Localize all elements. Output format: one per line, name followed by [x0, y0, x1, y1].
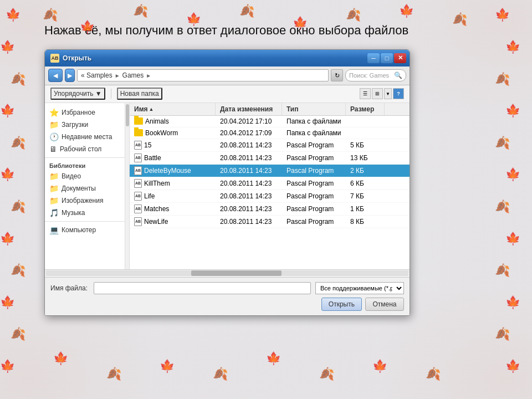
sidebar-item-documents[interactable]: 📁 Документы — [45, 182, 125, 195]
music-icon: 🎵 — [49, 208, 59, 217]
table-row[interactable]: BookWorm 20.04.2012 17:09 Папка с файлам… — [130, 127, 410, 139]
file-type-cell: Pascal Program — [282, 203, 346, 214]
view-details-button[interactable]: ▼ — [384, 88, 392, 99]
filetype-select[interactable]: Все поддерживаемые (*.pas;*. — [315, 282, 404, 294]
sidebar-item-desktop[interactable]: 🖥 Рабочий стол — [45, 143, 125, 155]
title-buttons: ─ □ ✕ — [367, 53, 406, 63]
sidebar-label-recent: Недавние места — [62, 133, 112, 141]
col-header-name[interactable]: Имя ▲ — [130, 103, 216, 115]
documents-icon: 📁 — [49, 184, 59, 193]
sidebar-item-music[interactable]: 🎵 Музыка — [45, 207, 125, 219]
file-name-cell: AB Battle — [130, 152, 216, 164]
leaf-decoration: 🍁 — [505, 104, 520, 118]
table-row[interactable]: AB KillThem 20.08.2011 14:23 Pascal Prog… — [130, 177, 410, 190]
recent-icon: 🕐 — [49, 132, 59, 141]
leaf-decoration: 🍁 — [6, 8, 21, 22]
file-list-header: Имя ▲ Дата изменения Тип Размер — [130, 103, 410, 116]
organize-button[interactable]: Упорядочить ▼ — [50, 88, 105, 100]
file-date-cell: 20.08.2011 14:23 — [216, 140, 282, 151]
sidebar-label-desktop: Рабочий стол — [60, 145, 101, 153]
file-name-cell: AB DeleteByMouse — [130, 165, 216, 177]
file-type-cell: Pascal Program — [282, 140, 346, 151]
table-row[interactable]: AB 15 20.08.2011 14:23 Pascal Program 5 … — [130, 139, 410, 152]
filename-input[interactable] — [94, 282, 311, 294]
open-button[interactable]: Открыть — [321, 298, 362, 311]
file-date-cell: 20.04.2012 17:10 — [216, 116, 282, 127]
col-header-type[interactable]: Тип — [282, 103, 346, 115]
file-name: NewLife — [144, 218, 168, 226]
view-list-button[interactable]: ☰ — [360, 88, 371, 99]
file-name: BookWorm — [145, 129, 178, 137]
favorites-icon: ⭐ — [49, 108, 59, 117]
view-icons: ☰ ⊞ ▼ ? — [360, 88, 404, 99]
computer-icon: 💻 — [49, 226, 59, 234]
leaf-decoration: 🍂 — [11, 136, 25, 150]
sidebar-item-recent[interactable]: 🕐 Недавние места — [45, 131, 125, 143]
file-name-cell: AB KillThem — [130, 177, 216, 190]
leaf-decoration: 🍁 — [0, 232, 15, 246]
address-bar: ◀ ▶ « Samples ► Games ► ↻ Поиск: Games 🔍 — [45, 66, 410, 85]
table-row[interactable]: AB Life 20.08.2011 14:23 Pascal Program … — [130, 190, 410, 203]
title-bar: AB Открыть ─ □ ✕ — [45, 50, 410, 66]
horizontal-scrollbar[interactable] — [45, 269, 410, 277]
dialog-body: ⭐ Избранное 📁 Загрузки 🕐 Недавние места … — [45, 103, 410, 269]
h-scroll-track — [46, 270, 408, 276]
table-row[interactable]: AB NewLife 20.08.2011 14:23 Pascal Progr… — [130, 216, 410, 228]
table-row[interactable]: Animals 20.04.2012 17:10 Папка с файлами — [130, 116, 410, 127]
view-icon-button[interactable]: ⊞ — [372, 88, 383, 99]
sidebar-item-computer[interactable]: 💻 Компьютер — [45, 224, 125, 236]
refresh-button[interactable]: ↻ — [331, 69, 343, 81]
leaf-decoration: 🍂 — [495, 136, 510, 150]
pascal-icon: AB — [134, 179, 142, 188]
leaf-decoration: 🍁 — [293, 16, 308, 30]
file-type-cell: Pascal Program — [282, 178, 346, 189]
search-box[interactable]: Поиск: Games 🔍 — [345, 69, 406, 81]
cancel-button[interactable]: Отмена — [365, 298, 404, 311]
breadcrumb-bar[interactable]: « Samples ► Games ► — [77, 69, 329, 81]
file-size-cell: 2 КБ — [346, 165, 385, 176]
sidebar-label-video: Видео — [62, 172, 81, 180]
table-row[interactable]: AB DeleteByMouse 20.08.2011 14:23 Pascal… — [130, 165, 410, 177]
col-header-size[interactable]: Размер — [346, 103, 385, 115]
file-date-cell: 20.08.2011 14:23 — [216, 152, 282, 163]
new-folder-button[interactable]: Новая папка — [117, 88, 162, 100]
leaf-decoration: 🍁 — [186, 12, 201, 27]
h-scroll-thumb — [191, 270, 282, 276]
leaf-decoration: 🍂 — [43, 8, 58, 22]
col-header-date[interactable]: Дата изменения — [216, 103, 282, 115]
sidebar-item-zagruzki[interactable]: 📁 Загрузки — [45, 119, 125, 131]
table-row[interactable]: AB Battle 20.08.2011 14:23 Pascal Progra… — [130, 152, 410, 165]
sidebar-label-documents: Документы — [62, 185, 96, 192]
back-button[interactable]: ◀ — [48, 69, 63, 82]
video-icon: 📁 — [49, 172, 59, 181]
file-date-cell: 20.08.2011 14:23 — [216, 178, 282, 189]
leaf-decoration: 🍁 — [495, 8, 510, 22]
file-list: Имя ▲ Дата изменения Тип Размер Animals … — [130, 103, 410, 269]
sidebar-item-izbrannoye[interactable]: ⭐ Избранное — [45, 106, 125, 119]
maximize-button[interactable]: □ — [381, 53, 393, 63]
file-name-cell: AB 15 — [130, 139, 216, 151]
forward-button[interactable]: ▶ — [65, 69, 75, 82]
help-button[interactable]: ? — [393, 88, 404, 99]
minimize-button[interactable]: ─ — [367, 53, 380, 63]
leaf-decoration: 🍁 — [0, 104, 15, 118]
file-size-cell: 13 КБ — [346, 152, 385, 163]
file-name: Life — [144, 192, 155, 200]
file-date-cell: 20.08.2011 14:23 — [216, 216, 282, 227]
sidebar-item-images[interactable]: 📁 Изображения — [45, 195, 125, 207]
leaf-decoration: 🍂 — [133, 4, 148, 18]
sidebar-item-video[interactable]: 📁 Видео — [45, 170, 125, 182]
file-name-cell: AB Matches — [130, 203, 216, 215]
file-size-cell — [346, 131, 385, 135]
close-button[interactable]: ✕ — [394, 53, 406, 63]
leaf-decoration: 🍂 — [11, 263, 25, 278]
sidebar-scroll-thumb — [126, 104, 129, 126]
leaf-decoration: 🍂 — [11, 327, 25, 341]
table-row[interactable]: AB Matches 20.08.2011 14:23 Pascal Progr… — [130, 203, 410, 216]
leaf-decoration: 🍁 — [505, 40, 520, 54]
leaf-decoration: 🍂 — [452, 12, 467, 27]
pascal-icon: AB — [134, 192, 142, 201]
leaf-decoration: 🍂 — [11, 72, 25, 86]
leaf-decoration: 🍂 — [319, 367, 334, 381]
sidebar-scrollbar[interactable] — [125, 103, 130, 269]
